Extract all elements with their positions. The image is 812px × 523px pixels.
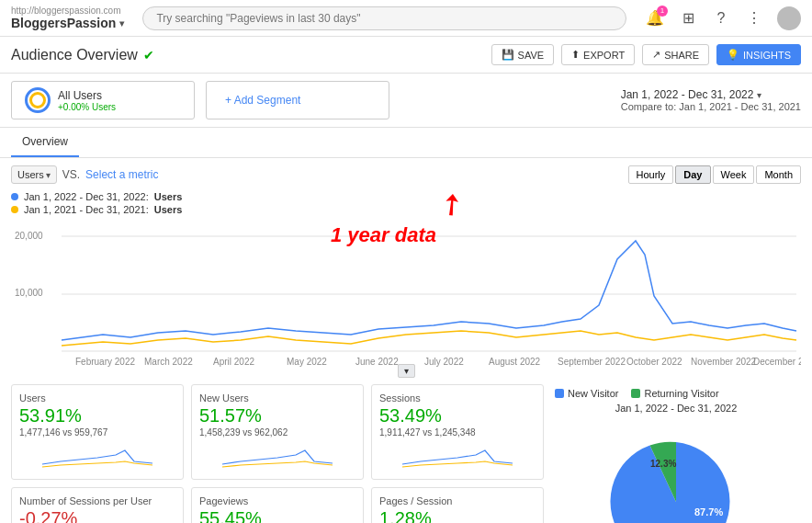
- segment-info: All Users +0.00% Users: [58, 89, 116, 112]
- y-label-high: 20,000: [15, 231, 43, 241]
- pie-legend-new: New Visitor: [555, 388, 618, 399]
- stat-label-new-users: New Users: [199, 392, 355, 404]
- legend-blue-dot: [11, 193, 18, 200]
- segment-label: All Users: [58, 89, 116, 102]
- new-visitor-dot: [555, 389, 564, 398]
- save-button[interactable]: 💾 SAVE: [491, 44, 555, 65]
- insights-icon: 💡: [727, 49, 739, 61]
- date-main[interactable]: Jan 1, 2022 - Dec 31, 2022 ▾: [621, 88, 801, 101]
- share-icon: ↗: [652, 49, 660, 61]
- overview-tab-bar: Overview: [0, 128, 812, 158]
- pie-legend-returning: Returning Visitor: [631, 388, 718, 399]
- orange-line-2021: [62, 331, 796, 346]
- header-actions: 💾 SAVE ⬆ EXPORT ↗ SHARE 💡 INSIGHTS: [491, 44, 801, 65]
- mini-chart-new-users: [199, 441, 355, 469]
- stats-grid: Users 53.91% 1,477,146 vs 959,767 New Us…: [11, 384, 544, 523]
- stat-card-new-users: New Users 51.57% 1,458,239 vs 962,062: [191, 384, 364, 480]
- x-label-mar: March 2022: [144, 357, 193, 367]
- chart-area: 1 year data ➚ 20,000 10,000 February 202…: [0, 219, 812, 377]
- stat-card-sessions: Sessions 53.49% 1,911,427 vs 1,245,348: [371, 384, 544, 480]
- x-label-may: May 2022: [287, 357, 327, 367]
- metric-select[interactable]: Users ▾: [11, 165, 57, 184]
- vs-label: VS.: [62, 168, 80, 181]
- x-label-sep: September 2022: [558, 357, 626, 367]
- avatar[interactable]: [777, 6, 801, 30]
- pie-legend: New Visitor Returning Visitor: [555, 388, 797, 399]
- date-range-block: Jan 1, 2022 - Dec 31, 2022 ▾ Compare to:…: [621, 88, 801, 112]
- legend-item-2021: Jan 1, 2021 - Dec 31, 2021: Users: [11, 204, 801, 215]
- segment-row: All Users +0.00% Users + Add Segment Jan…: [0, 74, 812, 128]
- pie-date: Jan 1, 2022 - Dec 31, 2022: [555, 403, 797, 414]
- stat-value-sessions-per-user: -0.27%: [19, 508, 175, 523]
- metric-chevron: ▾: [46, 170, 51, 180]
- page-header: Audience Overview ✔ 💾 SAVE ⬆ EXPORT ↗ SH…: [0, 37, 812, 74]
- x-label-dec: December 2022: [753, 357, 801, 367]
- stat-value-users: 53.91%: [19, 405, 175, 426]
- time-btn-day[interactable]: Day: [675, 165, 710, 184]
- add-segment-button[interactable]: + Add Segment: [206, 81, 389, 119]
- expand-icon[interactable]: ▾: [398, 364, 415, 378]
- brand-chevron[interactable]: ▾: [119, 18, 124, 28]
- stat-value-pages-per-session: 1.28%: [379, 508, 536, 523]
- help-icon[interactable]: ?: [711, 8, 731, 28]
- stat-label-users: Users: [19, 392, 175, 404]
- stats-grid-container: Users 53.91% 1,477,146 vs 959,767 New Us…: [11, 384, 544, 523]
- blue-line-2022: [62, 241, 796, 340]
- brand-name: BloggersPassion ▾: [11, 16, 124, 30]
- stat-label-sessions: Sessions: [379, 392, 536, 404]
- time-buttons: Hourly Day Week Month: [628, 165, 801, 184]
- mini-chart-sessions: [379, 441, 536, 469]
- legend-item-2022: Jan 1, 2022 - Dec 31, 2022: Users: [11, 191, 801, 202]
- stat-label-pageviews: Pageviews: [199, 495, 355, 506]
- stat-value-sessions: 53.49%: [379, 405, 536, 426]
- all-users-segment: All Users +0.00% Users: [11, 81, 195, 119]
- stat-value-pageviews: 55.45%: [199, 508, 355, 523]
- verified-icon: ✔: [143, 48, 154, 63]
- stat-card-users: Users 53.91% 1,477,146 vs 959,767: [11, 384, 184, 480]
- export-button[interactable]: ⬆ EXPORT: [561, 44, 635, 65]
- stat-value-new-users: 51.57%: [199, 405, 355, 426]
- select-metric-link[interactable]: Select a metric: [85, 168, 158, 181]
- stat-detail-sessions: 1,911,427 vs 1,245,348: [379, 427, 536, 438]
- notification-icon[interactable]: 🔔 1: [645, 8, 665, 28]
- pie-chart-svg: 87.7% 12.3%: [584, 419, 768, 523]
- stat-label-sessions-per-user: Number of Sessions per User: [19, 495, 175, 506]
- pie-label-new: 87.7%: [694, 506, 723, 517]
- pie-label-returning: 12.3%: [650, 459, 676, 469]
- insights-button[interactable]: 💡 INSIGHTS: [716, 44, 801, 65]
- x-label-oct: October 2022: [626, 357, 682, 367]
- time-btn-hourly[interactable]: Hourly: [628, 165, 674, 184]
- search-input[interactable]: [142, 6, 626, 30]
- x-label-aug: August 2022: [489, 357, 541, 367]
- stat-card-sessions-per-user: Number of Sessions per User -0.27% 1.29 …: [11, 487, 184, 523]
- stat-detail-new-users: 1,458,239 vs 962,062: [199, 427, 355, 438]
- x-label-jun: June 2022: [355, 357, 399, 367]
- time-btn-week[interactable]: Week: [713, 165, 755, 184]
- grid-icon[interactable]: ⊞: [678, 8, 698, 28]
- chart-controls: Users ▾ VS. Select a metric Hourly Day W…: [0, 158, 812, 188]
- tab-overview[interactable]: Overview: [11, 128, 79, 157]
- y-label-mid: 10,000: [15, 288, 43, 298]
- mini-chart-users: [19, 441, 175, 469]
- pie-section: New Visitor Returning Visitor Jan 1, 202…: [551, 384, 801, 523]
- segment-icon: [25, 87, 51, 113]
- share-button[interactable]: ↗ SHARE: [642, 44, 709, 65]
- page-title: Audience Overview: [11, 47, 138, 63]
- stats-section: Users 53.91% 1,477,146 vs 959,767 New Us…: [0, 377, 812, 523]
- x-label-nov: November 2022: [691, 357, 757, 367]
- legend-orange-dot: [11, 206, 18, 213]
- stat-card-pageviews: Pageviews 55.45% 2,641,766 vs 1,699,406: [191, 487, 364, 523]
- stat-label-pages-per-session: Pages / Session: [379, 495, 536, 506]
- date-chevron: ▾: [757, 90, 761, 100]
- stat-detail-users: 1,477,146 vs 959,767: [19, 427, 175, 438]
- chart-controls-left: Users ▾ VS. Select a metric: [11, 165, 158, 184]
- site-url: http://bloggerspassion.com: [11, 6, 124, 16]
- x-label-apr: April 2022: [213, 357, 254, 367]
- notif-badge: 1: [657, 6, 668, 17]
- more-icon[interactable]: ⋮: [744, 8, 764, 28]
- segment-left: All Users +0.00% Users + Add Segment: [11, 81, 389, 119]
- returning-visitor-dot: [631, 389, 640, 398]
- brand-block: http://bloggerspassion.com BloggersPassi…: [11, 6, 124, 30]
- save-icon: 💾: [502, 49, 514, 61]
- time-btn-month[interactable]: Month: [756, 165, 801, 184]
